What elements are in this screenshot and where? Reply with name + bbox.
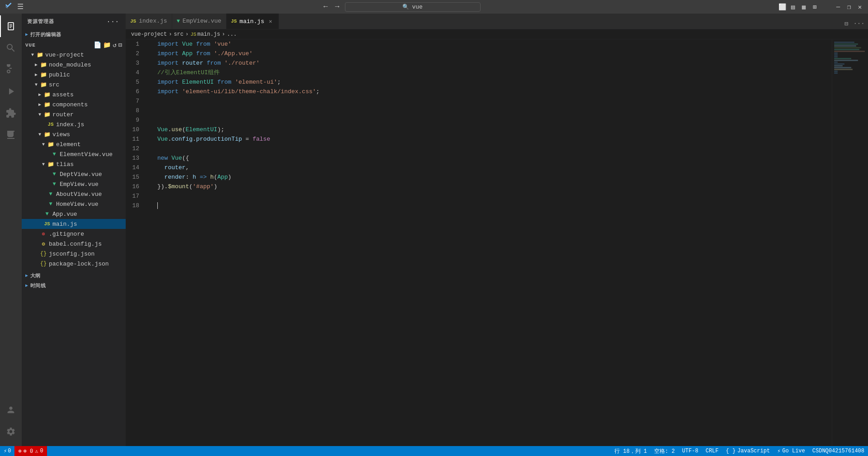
breadcrumb-part-1[interactable]: vue-project bbox=[131, 31, 167, 38]
search-bar[interactable]: 🔍 vue bbox=[345, 2, 481, 12]
section-open-editors[interactable]: ▶ 打开的编辑器 bbox=[22, 29, 126, 39]
layout-btn-1[interactable]: ⬜ bbox=[778, 3, 786, 10]
new-folder-icon[interactable]: 📁 bbox=[103, 41, 111, 49]
tree-item-src[interactable]: 📁 src bbox=[22, 80, 126, 90]
activity-item-accounts[interactable] bbox=[0, 399, 22, 421]
activity-item-run-debug[interactable] bbox=[0, 81, 22, 102]
main-js-tab-close-button[interactable]: ✕ bbox=[267, 18, 274, 25]
tree-item-elementview-vue[interactable]: ▼ ElementView.vue bbox=[22, 149, 126, 159]
line-number-17: 17 bbox=[126, 191, 144, 201]
tree-item-views[interactable]: 📁 views bbox=[22, 129, 126, 139]
restore-button[interactable]: ❐ bbox=[845, 3, 853, 10]
tree-item-vue-project[interactable]: 📁 vue-project bbox=[22, 50, 126, 60]
assets-folder-icon: 📁 bbox=[43, 91, 51, 98]
status-language[interactable]: { } JavaScript bbox=[722, 446, 774, 456]
tree-item-element[interactable]: 📁 element bbox=[22, 139, 126, 149]
tree-item-package-lock-json[interactable]: {} package-lock.json bbox=[22, 259, 126, 269]
gitignore-icon: ⊗ bbox=[40, 230, 47, 238]
status-right: 行 18，列 1 空格: 2 UTF-8 CRLF { } JavaScript… bbox=[611, 446, 868, 456]
empview-vue-icon: ▼ bbox=[51, 180, 58, 188]
status-live-server[interactable]: ⚡ Go Live bbox=[774, 446, 809, 456]
tree-item-empview-vue[interactable]: ▼ EmpView.vue bbox=[22, 179, 126, 189]
views-label: views bbox=[52, 131, 70, 138]
status-line-ending[interactable]: CRLF bbox=[702, 446, 722, 456]
vue-section-label: VUE bbox=[25, 43, 36, 48]
views-folder-icon: 📁 bbox=[43, 131, 51, 138]
activity-item-extensions[interactable] bbox=[0, 102, 22, 124]
activity-item-source-control[interactable] bbox=[0, 59, 22, 81]
outline-label: 大纲 bbox=[30, 272, 41, 279]
activity-item-remote[interactable] bbox=[0, 124, 22, 146]
open-editors-label: 打开的编辑器 bbox=[30, 31, 61, 38]
layout-btn-2[interactable]: ▤ bbox=[789, 3, 797, 10]
code-line-8 bbox=[157, 106, 823, 115]
refresh-icon[interactable]: ↺ bbox=[113, 41, 116, 49]
new-file-icon[interactable]: 📄 bbox=[94, 41, 101, 49]
tree-item-assets[interactable]: 📁 assets bbox=[22, 90, 126, 100]
line-ending-text: CRLF bbox=[706, 448, 719, 454]
nav-forward-button[interactable]: → bbox=[333, 2, 341, 12]
code-line-18 bbox=[157, 201, 823, 210]
tab-main-js[interactable]: JS main.js ✕ bbox=[226, 14, 279, 29]
vue-project-folder-icon: 📁 bbox=[36, 51, 43, 58]
tree-item-node-modules[interactable]: 📁 node_modules bbox=[22, 60, 126, 70]
tab-actions: ⊟ ··· bbox=[837, 18, 868, 29]
status-encoding[interactable]: UTF-8 bbox=[679, 446, 702, 456]
main-js-label: main.js bbox=[52, 221, 77, 228]
vue-section-header: VUE 📄 📁 ↺ ⊟ bbox=[22, 39, 126, 50]
spaces-text: 空格: 2 bbox=[654, 447, 675, 455]
timeline-label: 时间线 bbox=[30, 282, 46, 289]
line-number-10: 10 bbox=[126, 125, 144, 134]
homeview-vue-icon: ▼ bbox=[47, 200, 54, 208]
status-spaces[interactable]: 空格: 2 bbox=[651, 446, 679, 456]
tree-item-tlias[interactable]: 📁 tlias bbox=[22, 159, 126, 169]
status-remote-button[interactable]: ⚡ 0 bbox=[0, 446, 14, 456]
tab-index-js[interactable]: JS index.js bbox=[126, 14, 172, 29]
tree-item-homeview-vue[interactable]: ▼ HomeView.vue bbox=[22, 199, 126, 209]
tree-item-main-js[interactable]: JS main.js bbox=[22, 219, 126, 229]
tree-item-gitignore[interactable]: ⊗ .gitignore bbox=[22, 229, 126, 239]
tree-item-aboutview-vue[interactable]: ▼ AboutView.vue bbox=[22, 189, 126, 199]
tree-item-router[interactable]: 📁 router bbox=[22, 109, 126, 119]
breadcrumb-part-3[interactable]: main.js bbox=[197, 31, 220, 38]
status-csdn[interactable]: CSDNQ04215761408 bbox=[809, 446, 868, 456]
breadcrumb-part-2[interactable]: src bbox=[174, 31, 184, 38]
line-number-13: 13 bbox=[126, 153, 144, 163]
assets-arrow bbox=[36, 91, 43, 98]
minimap-content bbox=[832, 39, 868, 76]
close-button[interactable]: ✕ bbox=[856, 3, 863, 10]
elementview-vue-icon: ▼ bbox=[51, 151, 58, 158]
section-timeline[interactable]: ▶ 时间线 bbox=[22, 280, 126, 290]
section-outline[interactable]: ▶ 大纲 bbox=[22, 271, 126, 280]
layout-btn-3[interactable]: ▦ bbox=[800, 3, 807, 10]
tree-item-app-vue[interactable]: ▼ App.vue bbox=[22, 209, 126, 219]
sidebar-more-button[interactable]: ··· bbox=[106, 17, 120, 26]
tab-bar: JS index.js ▼ EmpView.vue JS main.js ✕ ⊟… bbox=[126, 14, 868, 29]
tree-item-public[interactable]: 📁 public bbox=[22, 70, 126, 80]
code-content[interactable]: import Vue from 'vue' import App from '.… bbox=[148, 39, 832, 446]
tab-more-button[interactable]: ··· bbox=[854, 18, 864, 29]
element-arrow bbox=[40, 141, 47, 148]
activity-item-settings[interactable] bbox=[0, 421, 22, 442]
node-modules-folder-icon: 📁 bbox=[40, 61, 47, 68]
tree-item-router-index-js[interactable]: JS index.js bbox=[22, 119, 126, 129]
split-editor-button[interactable]: ⊟ bbox=[841, 18, 852, 29]
status-line-col[interactable]: 行 18，列 1 bbox=[611, 446, 651, 456]
tree-item-deptview-vue[interactable]: ▼ DeptView.vue bbox=[22, 169, 126, 179]
deptview-vue-icon: ▼ bbox=[51, 171, 58, 178]
tree-item-components[interactable]: 📁 components bbox=[22, 100, 126, 109]
tree-item-jsconfig-json[interactable]: {} jsconfig.json bbox=[22, 249, 126, 259]
collapse-all-icon[interactable]: ⊟ bbox=[118, 41, 122, 49]
svg-rect-0 bbox=[9, 24, 12, 25]
layout-btn-4[interactable]: ⊞ bbox=[811, 3, 818, 10]
minimize-button[interactable]: — bbox=[835, 3, 842, 10]
tree-item-babel-config[interactable]: ⚙ babel.config.js bbox=[22, 239, 126, 249]
hamburger-icon[interactable]: ☰ bbox=[17, 2, 24, 11]
tab-empview-vue[interactable]: ▼ EmpView.vue bbox=[172, 14, 226, 29]
status-errors-button[interactable]: ⊗ ⊗ 0 ⚠ 0 bbox=[14, 446, 47, 456]
activity-item-search[interactable] bbox=[0, 37, 22, 59]
activity-item-explorer[interactable] bbox=[0, 15, 22, 37]
nav-back-button[interactable]: ← bbox=[321, 2, 330, 12]
src-folder-icon: 📁 bbox=[40, 81, 47, 88]
code-line-2: import App from './App.vue' bbox=[157, 49, 823, 58]
